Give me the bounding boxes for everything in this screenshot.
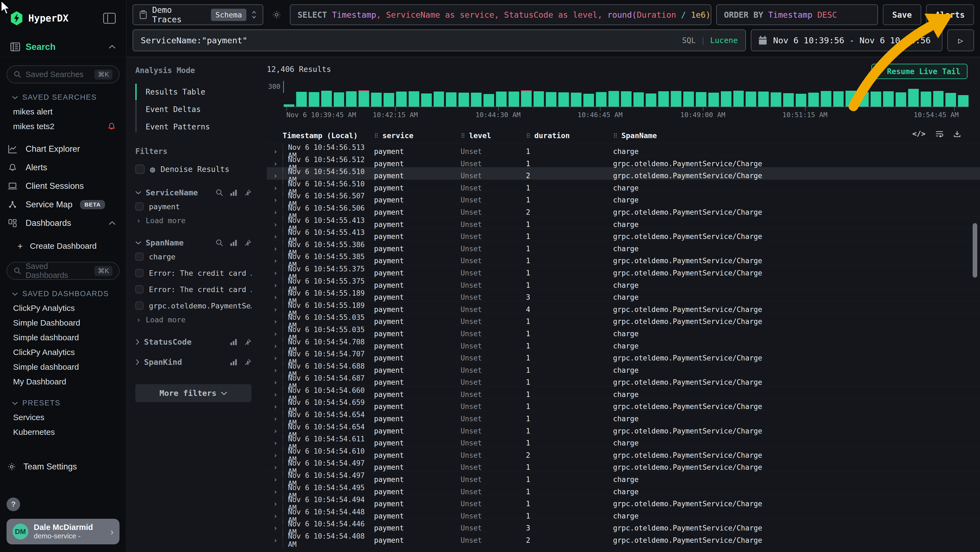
code-view-icon[interactable]: </> <box>912 129 926 138</box>
dashboard-item[interactable]: Simple dashboard <box>6 360 119 374</box>
histogram-bar[interactable] <box>883 91 894 107</box>
filter-group-header[interactable]: StatusCode <box>135 337 251 346</box>
row-expand-icon[interactable]: › <box>267 208 283 216</box>
checkbox[interactable] <box>135 302 143 310</box>
sidebar-item-search[interactable]: Search <box>0 37 126 57</box>
filter-option[interactable]: charge <box>135 250 251 264</box>
row-expand-icon[interactable]: › <box>267 524 283 532</box>
sidebar-item-chart-explorer[interactable]: Chart Explorer <box>6 140 119 158</box>
histogram-bar[interactable] <box>546 92 557 107</box>
histogram-bar[interactable] <box>409 91 419 107</box>
histogram-bar[interactable] <box>521 92 531 107</box>
table-row[interactable]: › Nov 6 10:54:54.408 AM payment Unset 2 … <box>267 532 980 544</box>
row-expand-icon[interactable]: › <box>267 317 283 325</box>
source-settings-gear-icon[interactable] <box>268 4 285 25</box>
histogram-bar[interactable] <box>334 93 344 107</box>
histogram-bar[interactable] <box>371 93 382 107</box>
sidebar-item-alerts[interactable]: Alerts <box>6 158 119 177</box>
col-level[interactable]: ⠿level <box>461 131 526 140</box>
resume-live-tail-button[interactable]: ⚡ Resume Live Tail <box>871 64 967 79</box>
lucene-mode-toggle[interactable]: Lucene <box>710 36 738 45</box>
filter-pin-icon[interactable] <box>244 338 251 346</box>
table-row[interactable]: › Nov 6 10:54:55.035 AM payment Unset 1 … <box>267 325 980 338</box>
checkbox[interactable] <box>135 269 143 277</box>
histogram-bar[interactable] <box>908 89 919 107</box>
histogram-bar[interactable] <box>696 92 706 107</box>
histogram-bar[interactable] <box>434 91 444 107</box>
histogram-bar[interactable] <box>658 91 669 107</box>
filter-search-icon[interactable] <box>216 239 223 247</box>
sidebar-item-team-settings[interactable]: Team Settings <box>6 458 119 476</box>
checkbox[interactable] <box>135 285 143 294</box>
histogram-bar[interactable] <box>958 95 969 107</box>
filter-chart-icon[interactable] <box>230 239 237 246</box>
brand[interactable]: HyperDX <box>10 11 68 26</box>
scrollbar-thumb[interactable] <box>973 223 977 278</box>
row-expand-icon[interactable]: › <box>267 293 283 302</box>
table-row[interactable]: › Nov 6 10:54:54.688 AM payment Unset 1 … <box>267 362 980 374</box>
dashboard-item[interactable]: ClickPy Analytics <box>6 345 119 360</box>
filter-chart-icon[interactable] <box>230 189 237 196</box>
filter-pin-icon[interactable] <box>244 358 251 366</box>
histogram-bar[interactable] <box>896 93 906 107</box>
checkbox[interactable] <box>135 252 143 261</box>
histogram-bar[interactable] <box>921 91 931 107</box>
histogram-bar[interactable] <box>509 91 519 107</box>
row-expand-icon[interactable]: › <box>267 451 283 459</box>
table-row[interactable]: › Nov 6 10:54:56.506 AM payment Unset 2 … <box>267 204 980 216</box>
histogram-bar[interactable] <box>771 93 781 107</box>
filter-option[interactable]: grpc.oteldemo.PaymentSe… <box>135 298 251 313</box>
histogram-bar[interactable] <box>558 93 569 107</box>
chevron-up-icon[interactable] <box>109 45 116 49</box>
table-row[interactable]: › Nov 6 10:54:54.687 AM payment Unset 1 … <box>267 374 980 386</box>
row-expand-icon[interactable]: › <box>267 354 283 362</box>
row-expand-icon[interactable]: › <box>267 232 283 241</box>
preset-item[interactable]: Services <box>6 410 119 425</box>
table-row[interactable]: › Nov 6 10:54:55.413 AM payment Unset 1 … <box>267 216 980 228</box>
saved-search-item[interactable]: mikes tets2 <box>6 119 119 134</box>
date-range-picker[interactable]: Nov 6 10:39:56 - Nov 6 10:54:56 <box>751 29 942 51</box>
histogram-bar[interactable] <box>945 93 956 107</box>
table-row[interactable]: › Nov 6 10:54:54.707 AM payment Unset 1 … <box>267 349 980 362</box>
histogram-bar[interactable] <box>358 92 369 107</box>
table-row[interactable]: › Nov 6 10:54:56.512 AM payment Unset 1 … <box>267 155 980 168</box>
filter-chart-icon[interactable] <box>230 338 237 346</box>
histogram-bar[interactable] <box>721 91 732 107</box>
row-expand-icon[interactable]: › <box>267 269 283 277</box>
histogram-bar[interactable] <box>458 93 469 107</box>
row-expand-icon[interactable]: › <box>267 160 283 168</box>
sidebar-item-dashboards[interactable]: Dashboards <box>6 214 119 232</box>
histogram-bar[interactable] <box>346 91 356 107</box>
denoise-results-toggle[interactable]: ◍ Denoise Results <box>135 161 251 177</box>
save-button[interactable]: Save <box>883 4 921 25</box>
alerts-button[interactable]: Alerts <box>926 4 974 25</box>
histogram-bar[interactable] <box>484 94 494 107</box>
drag-handle-icon[interactable]: ⠿ <box>461 132 465 139</box>
table-row[interactable]: › Nov 6 10:54:55.189 AM payment Unset 4 … <box>267 301 980 313</box>
histogram-bar[interactable] <box>783 93 794 107</box>
dashboard-item[interactable]: Simple dashboard <box>6 330 119 345</box>
saved-searches-section[interactable]: SAVED SEARCHES <box>6 93 119 102</box>
histogram-bar[interactable] <box>758 91 769 107</box>
help-button[interactable]: ? <box>6 498 20 511</box>
histogram-bar[interactable] <box>870 91 881 107</box>
load-more-button[interactable]: › Load more <box>135 313 251 326</box>
row-expand-icon[interactable]: › <box>267 427 283 435</box>
table-row[interactable]: › Nov 6 10:54:54.497 AM payment Unset 1 … <box>267 459 980 471</box>
table-row[interactable]: › Nov 6 10:54:54.610 AM payment Unset 2 … <box>267 447 980 459</box>
histogram-bar[interactable] <box>858 92 869 107</box>
histogram-bar[interactable] <box>284 104 294 107</box>
histogram-bar[interactable] <box>571 93 581 107</box>
search-query-input[interactable]: ServiceName:"payment" SQL | Lucene <box>132 29 746 51</box>
row-expand-icon[interactable]: › <box>267 342 283 350</box>
table-row[interactable]: › Nov 6 10:54:55.413 AM payment Unset 1 … <box>267 228 980 240</box>
table-row[interactable]: › Nov 6 10:54:54.660 AM payment Unset 1 … <box>267 386 980 398</box>
user-menu[interactable]: DM Dale McDiarmid demo-service - › <box>6 519 119 544</box>
histogram-bar[interactable] <box>746 91 756 107</box>
row-expand-icon[interactable]: › <box>267 147 283 156</box>
sidebar-collapse-icon[interactable] <box>103 13 116 24</box>
dashboard-item[interactable]: My Dashboard <box>6 374 119 389</box>
row-expand-icon[interactable]: › <box>267 366 283 374</box>
histogram-bar[interactable] <box>671 91 681 107</box>
order-by-input[interactable]: ORDER BY Timestamp DESC <box>716 4 878 25</box>
